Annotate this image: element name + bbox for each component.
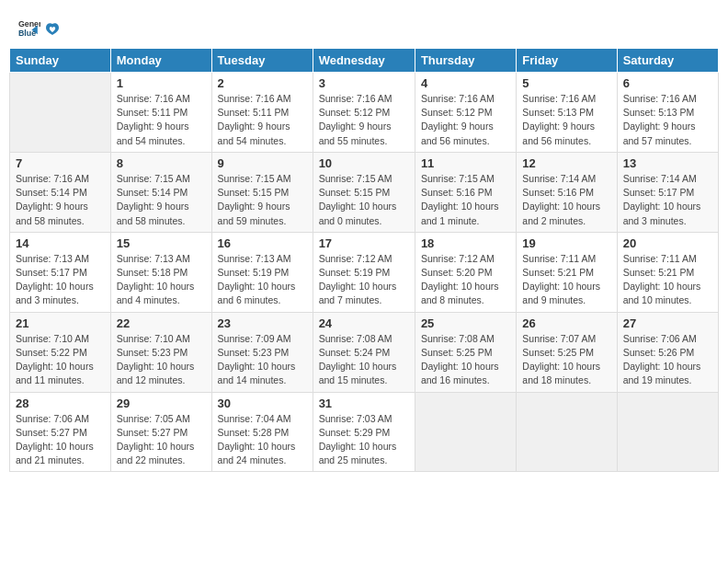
day-number: 24	[319, 316, 409, 330]
day-number: 22	[117, 316, 206, 330]
day-info: Sunrise: 7:07 AM Sunset: 5:25 PM Dayligh…	[522, 332, 610, 388]
day-info: Sunrise: 7:10 AM Sunset: 5:23 PM Dayligh…	[117, 332, 206, 388]
calendar-week-row: 7Sunrise: 7:16 AM Sunset: 5:14 PM Daylig…	[10, 152, 719, 232]
calendar-week-row: 14Sunrise: 7:13 AM Sunset: 5:17 PM Dayli…	[10, 232, 719, 312]
calendar-week-row: 1Sunrise: 7:16 AM Sunset: 5:11 PM Daylig…	[10, 73, 719, 153]
day-info: Sunrise: 7:11 AM Sunset: 5:21 PM Dayligh…	[522, 252, 610, 308]
day-number: 15	[117, 236, 206, 250]
calendar-cell: 9Sunrise: 7:15 AM Sunset: 5:15 PM Daylig…	[211, 152, 313, 232]
day-info: Sunrise: 7:10 AM Sunset: 5:22 PM Dayligh…	[16, 332, 105, 388]
day-info: Sunrise: 7:15 AM Sunset: 5:14 PM Dayligh…	[117, 172, 206, 228]
calendar-cell: 25Sunrise: 7:08 AM Sunset: 5:25 PM Dayli…	[415, 312, 516, 392]
day-number: 2	[218, 76, 307, 90]
calendar-week-row: 28Sunrise: 7:06 AM Sunset: 5:27 PM Dayli…	[10, 392, 719, 472]
calendar-cell: 11Sunrise: 7:15 AM Sunset: 5:16 PM Dayli…	[415, 152, 516, 232]
day-info: Sunrise: 7:13 AM Sunset: 5:17 PM Dayligh…	[16, 252, 105, 308]
calendar-week-row: 21Sunrise: 7:10 AM Sunset: 5:22 PM Dayli…	[10, 312, 719, 392]
calendar-cell: 24Sunrise: 7:08 AM Sunset: 5:24 PM Dayli…	[313, 312, 415, 392]
day-number: 14	[16, 236, 105, 250]
day-info: Sunrise: 7:13 AM Sunset: 5:18 PM Dayligh…	[117, 252, 206, 308]
day-info: Sunrise: 7:12 AM Sunset: 5:19 PM Dayligh…	[319, 252, 409, 308]
day-number: 21	[16, 316, 105, 330]
calendar-body: 1Sunrise: 7:16 AM Sunset: 5:11 PM Daylig…	[10, 73, 719, 472]
day-info: Sunrise: 7:16 AM Sunset: 5:11 PM Dayligh…	[117, 92, 206, 148]
calendar-cell: 15Sunrise: 7:13 AM Sunset: 5:18 PM Dayli…	[110, 232, 211, 312]
calendar-cell: 20Sunrise: 7:11 AM Sunset: 5:21 PM Dayli…	[617, 232, 718, 312]
calendar-cell: 1Sunrise: 7:16 AM Sunset: 5:11 PM Daylig…	[110, 73, 211, 153]
day-info: Sunrise: 7:14 AM Sunset: 5:16 PM Dayligh…	[522, 172, 610, 228]
calendar-cell: 23Sunrise: 7:09 AM Sunset: 5:23 PM Dayli…	[211, 312, 313, 392]
day-info: Sunrise: 7:16 AM Sunset: 5:12 PM Dayligh…	[319, 92, 409, 148]
day-info: Sunrise: 7:06 AM Sunset: 5:27 PM Dayligh…	[16, 412, 105, 468]
day-number: 13	[623, 156, 712, 170]
day-info: Sunrise: 7:12 AM Sunset: 5:20 PM Dayligh…	[421, 252, 510, 308]
day-number: 19	[522, 236, 610, 250]
day-number: 16	[218, 236, 307, 250]
calendar-cell: 7Sunrise: 7:16 AM Sunset: 5:14 PM Daylig…	[10, 152, 111, 232]
day-number: 3	[319, 76, 409, 90]
day-info: Sunrise: 7:11 AM Sunset: 5:21 PM Dayligh…	[623, 252, 712, 308]
day-number: 26	[522, 316, 610, 330]
day-number: 18	[421, 236, 510, 250]
calendar-header-friday: Friday	[517, 49, 617, 73]
day-number: 25	[421, 316, 510, 330]
day-number: 5	[522, 76, 610, 90]
calendar-cell: 28Sunrise: 7:06 AM Sunset: 5:27 PM Dayli…	[10, 392, 111, 472]
calendar-cell: 5Sunrise: 7:16 AM Sunset: 5:13 PM Daylig…	[517, 73, 617, 153]
day-info: Sunrise: 7:09 AM Sunset: 5:23 PM Dayligh…	[218, 332, 307, 388]
day-info: Sunrise: 7:13 AM Sunset: 5:19 PM Dayligh…	[218, 252, 307, 308]
calendar-cell	[10, 73, 111, 153]
calendar-cell: 6Sunrise: 7:16 AM Sunset: 5:13 PM Daylig…	[617, 73, 718, 153]
calendar-cell: 19Sunrise: 7:11 AM Sunset: 5:21 PM Dayli…	[517, 232, 617, 312]
calendar-header-saturday: Saturday	[617, 49, 718, 73]
calendar-cell: 31Sunrise: 7:03 AM Sunset: 5:29 PM Dayli…	[313, 392, 415, 472]
day-number: 9	[218, 156, 307, 170]
calendar-cell: 26Sunrise: 7:07 AM Sunset: 5:25 PM Dayli…	[517, 312, 617, 392]
day-number: 23	[218, 316, 307, 330]
day-info: Sunrise: 7:16 AM Sunset: 5:13 PM Dayligh…	[522, 92, 610, 148]
calendar-cell: 29Sunrise: 7:05 AM Sunset: 5:27 PM Dayli…	[110, 392, 211, 472]
day-number: 8	[117, 156, 206, 170]
day-number: 31	[319, 396, 409, 410]
day-number: 12	[522, 156, 610, 170]
svg-text:Blue: Blue	[18, 29, 36, 38]
calendar-cell: 21Sunrise: 7:10 AM Sunset: 5:22 PM Dayli…	[10, 312, 111, 392]
day-info: Sunrise: 7:16 AM Sunset: 5:13 PM Dayligh…	[623, 92, 712, 148]
calendar-cell: 2Sunrise: 7:16 AM Sunset: 5:11 PM Daylig…	[211, 73, 313, 153]
day-number: 1	[117, 76, 206, 90]
day-number: 17	[319, 236, 409, 250]
day-number: 28	[16, 396, 105, 410]
calendar-cell	[415, 392, 516, 472]
day-info: Sunrise: 7:05 AM Sunset: 5:27 PM Dayligh…	[117, 412, 206, 468]
calendar-header-wednesday: Wednesday	[313, 49, 415, 73]
calendar-cell: 10Sunrise: 7:15 AM Sunset: 5:15 PM Dayli…	[313, 152, 415, 232]
day-number: 29	[117, 396, 206, 410]
day-info: Sunrise: 7:14 AM Sunset: 5:17 PM Dayligh…	[623, 172, 712, 228]
day-info: Sunrise: 7:06 AM Sunset: 5:26 PM Dayligh…	[623, 332, 712, 388]
calendar-cell: 30Sunrise: 7:04 AM Sunset: 5:28 PM Dayli…	[211, 392, 313, 472]
calendar-cell: 27Sunrise: 7:06 AM Sunset: 5:26 PM Dayli…	[617, 312, 718, 392]
day-info: Sunrise: 7:16 AM Sunset: 5:11 PM Dayligh…	[218, 92, 307, 148]
day-info: Sunrise: 7:15 AM Sunset: 5:15 PM Dayligh…	[319, 172, 409, 228]
day-number: 30	[218, 396, 307, 410]
day-info: Sunrise: 7:16 AM Sunset: 5:12 PM Dayligh…	[421, 92, 510, 148]
calendar-table: SundayMondayTuesdayWednesdayThursdayFrid…	[9, 48, 719, 472]
calendar-header-monday: Monday	[110, 49, 211, 73]
day-info: Sunrise: 7:15 AM Sunset: 5:16 PM Dayligh…	[421, 172, 510, 228]
calendar-header-tuesday: Tuesday	[211, 49, 313, 73]
day-info: Sunrise: 7:16 AM Sunset: 5:14 PM Dayligh…	[16, 172, 105, 228]
calendar-cell: 13Sunrise: 7:14 AM Sunset: 5:17 PM Dayli…	[617, 152, 718, 232]
day-number: 10	[319, 156, 409, 170]
logo-icon: General Blue	[18, 17, 40, 39]
day-number: 7	[16, 156, 105, 170]
day-info: Sunrise: 7:15 AM Sunset: 5:15 PM Dayligh…	[218, 172, 307, 228]
day-number: 11	[421, 156, 510, 170]
day-number: 20	[623, 236, 712, 250]
day-info: Sunrise: 7:04 AM Sunset: 5:28 PM Dayligh…	[218, 412, 307, 468]
day-number: 27	[623, 316, 712, 330]
calendar-cell: 22Sunrise: 7:10 AM Sunset: 5:23 PM Dayli…	[110, 312, 211, 392]
logo-bird-icon	[44, 21, 61, 38]
calendar-cell: 4Sunrise: 7:16 AM Sunset: 5:12 PM Daylig…	[415, 73, 516, 153]
day-info: Sunrise: 7:08 AM Sunset: 5:24 PM Dayligh…	[319, 332, 409, 388]
day-number: 6	[623, 76, 712, 90]
